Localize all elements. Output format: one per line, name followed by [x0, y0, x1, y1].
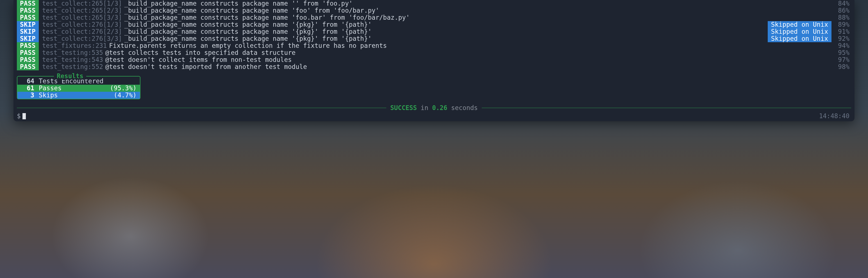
pass-badge: PASS — [17, 7, 39, 14]
passes-pct: (95.3%) — [110, 85, 137, 92]
skips-label: Skips — [39, 92, 114, 99]
results-title: Results — [54, 73, 86, 80]
test-row: PASStest_collect:265[1/3]_build_package_… — [13, 0, 855, 7]
pass-badge: PASS — [17, 49, 39, 56]
test-row: SKIPtest_collect:276[2/3]_build_package_… — [13, 28, 855, 35]
results-skips-row: 3 Skips (4.7%) — [18, 92, 140, 99]
pass-badge: PASS — [17, 14, 39, 21]
test-description: @test collects tests into specified data… — [105, 49, 296, 56]
progress-pct: 94% — [835, 42, 855, 49]
test-location: test_collect:276[3/3] — [42, 35, 122, 42]
test-location: test_collect:265[1/3] — [42, 0, 122, 7]
skip-reason-badge: Skipped on Unix — [768, 21, 832, 28]
clock: 14:48:40 — [819, 113, 849, 119]
progress-pct: 98% — [835, 63, 855, 71]
encountered-label: Tests Encountered — [39, 78, 137, 85]
pass-badge: PASS — [17, 56, 39, 63]
test-description: _build_package_name constructs package n… — [124, 28, 372, 35]
skip-badge: SKIP — [17, 28, 39, 35]
skip-reason-badge: Skipped on Unix — [768, 28, 832, 35]
test-row: SKIPtest_collect:276[1/3]_build_package_… — [13, 21, 855, 28]
progress-pct: 97% — [835, 56, 855, 63]
test-output-list: PASStest_collect:265[1/3]_build_package_… — [13, 0, 855, 71]
test-row: PASStest_testing:543@test doesn't collec… — [13, 56, 855, 63]
test-row: PASStest_collect:265[2/3]_build_package_… — [13, 7, 855, 14]
test-row: SKIPtest_collect:276[3/3]_build_package_… — [13, 35, 855, 42]
skip-badge: SKIP — [17, 35, 39, 42]
progress-pct: 95% — [835, 49, 855, 56]
skips-count: 3 — [20, 92, 34, 99]
status-line: SUCCESS in 0.26 seconds — [13, 104, 855, 111]
rule-right — [482, 108, 851, 108]
skip-badge: SKIP — [17, 21, 39, 28]
pass-badge: PASS — [17, 63, 39, 71]
progress-pct: 89% — [835, 21, 855, 28]
passes-label: Passes — [39, 85, 110, 92]
test-location: test_collect:276[2/3] — [42, 28, 122, 35]
test-row: PASStest_collect:265[3/3]_build_package_… — [13, 14, 855, 21]
progress-pct: 91% — [835, 28, 855, 35]
test-description: _build_package_name constructs package n… — [124, 7, 379, 14]
progress-pct: 86% — [835, 7, 855, 14]
rule-left — [17, 108, 386, 108]
passes-count: 61 — [20, 85, 34, 92]
test-location: test_collect:265[2/3] — [42, 7, 122, 14]
test-location: test_collect:276[1/3] — [42, 21, 122, 28]
test-description: Fixture.parents returns an empty collect… — [109, 42, 387, 49]
progress-pct: 92% — [835, 35, 855, 42]
status-text: SUCCESS in 0.26 seconds — [386, 104, 482, 111]
progress-pct: 84% — [835, 0, 855, 7]
prompt-line[interactable]: $ 14:48:40 — [13, 113, 855, 119]
test-description: _build_package_name constructs package n… — [124, 21, 372, 28]
skip-reason-badge: Skipped on Unix — [768, 35, 832, 42]
skips-pct: (4.7%) — [114, 92, 137, 99]
test-location: test_testing:552 — [42, 63, 103, 71]
pass-badge: PASS — [17, 0, 39, 7]
encountered-count: 64 — [20, 78, 34, 85]
test-description: _build_package_name constructs package n… — [124, 0, 352, 7]
shell-prompt: $ — [17, 113, 21, 119]
test-location: test_testing:543 — [42, 56, 103, 63]
terminal-window[interactable]: PASStest_collect:265[1/3]_build_package_… — [13, 0, 855, 121]
pass-badge: PASS — [17, 42, 39, 49]
test-row: PASStest_testing:552@test doesn't tests … — [13, 63, 855, 71]
results-panel: Results 64 Tests Encountered 61 Passes (… — [17, 76, 141, 99]
test-row: PASStest_fixtures:231Fixture.parents ret… — [13, 42, 855, 49]
cursor-icon — [23, 113, 26, 119]
test-description: _build_package_name constructs package n… — [124, 14, 409, 21]
test-row: PASStest_testing:535@test collects tests… — [13, 49, 855, 56]
test-description: _build_package_name constructs package n… — [124, 35, 372, 42]
test-location: test_testing:535 — [42, 49, 103, 56]
test-location: test_collect:265[3/3] — [42, 14, 122, 21]
test-description: @test doesn't tests imported from anothe… — [105, 63, 307, 71]
results-passes-row: 61 Passes (95.3%) — [18, 85, 140, 92]
desktop-background: PASStest_collect:265[1/3]_build_package_… — [0, 0, 868, 278]
progress-pct: 88% — [835, 14, 855, 21]
test-location: test_fixtures:231 — [42, 42, 107, 49]
test-description: @test doesn't collect items from non-tes… — [105, 56, 292, 63]
